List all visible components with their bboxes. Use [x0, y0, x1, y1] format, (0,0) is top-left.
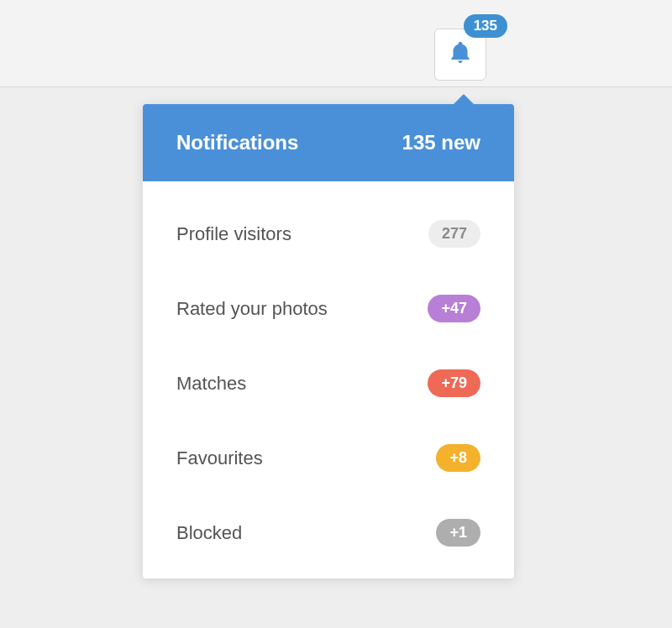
dropdown-title: Notifications: [176, 131, 298, 154]
list-item-blocked[interactable]: Blocked +1: [143, 495, 514, 570]
notifications-count-badge: 135: [464, 14, 507, 38]
count-badge: +8: [436, 444, 480, 472]
count-badge: +79: [428, 369, 480, 397]
list-item-label: Matches: [176, 373, 246, 395]
count-badge: +1: [436, 519, 480, 547]
list-item-label: Rated your photos: [176, 298, 328, 320]
dropdown-new-count: 135 new: [402, 131, 480, 154]
bell-icon: [447, 39, 474, 70]
list-item-label: Favourites: [176, 447, 263, 469]
dropdown-caret: [454, 94, 474, 104]
list-item-label: Profile visitors: [176, 223, 291, 245]
notifications-bell-button[interactable]: 135: [434, 29, 486, 81]
list-item-label: Blocked: [176, 522, 242, 544]
list-item-profile-visitors[interactable]: Profile visitors 277: [143, 196, 514, 271]
notifications-dropdown: Notifications 135 new Profile visitors 2…: [143, 104, 514, 578]
count-badge: 277: [428, 220, 480, 248]
top-bar: [0, 0, 672, 87]
list-item-matches[interactable]: Matches +79: [143, 346, 514, 421]
list-item-rated-photos[interactable]: Rated your photos +47: [143, 271, 514, 346]
count-badge: +47: [428, 295, 480, 322]
list-item-favourites[interactable]: Favourites +8: [143, 421, 514, 495]
dropdown-body: Profile visitors 277 Rated your photos +…: [143, 181, 514, 578]
dropdown-header: Notifications 135 new: [143, 104, 514, 181]
